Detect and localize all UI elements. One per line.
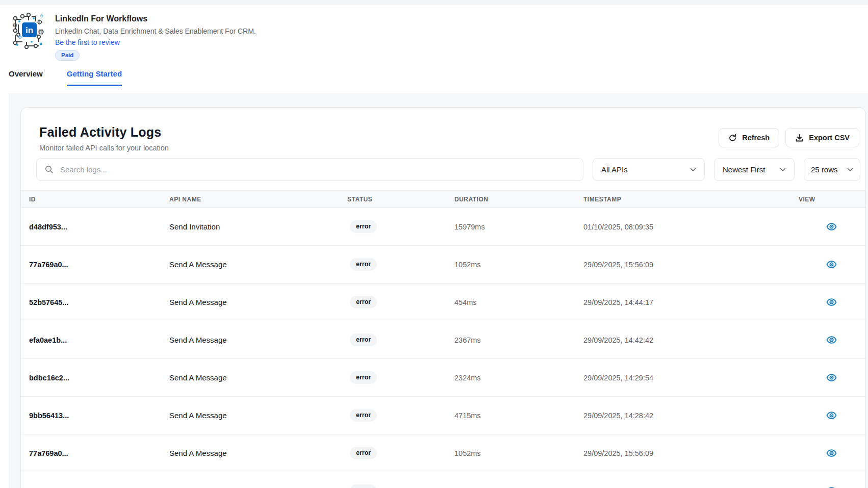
search-input[interactable] [60, 165, 575, 174]
api-name: Send Invitation [169, 222, 347, 231]
log-id: bdbc16c2... [29, 374, 169, 382]
duration: 2324ms [454, 374, 583, 382]
export-csv-button[interactable]: Export CSV [785, 128, 859, 147]
app-logo: ⚙ ⚙ ⚙ ⚙ ⚙ in [11, 12, 46, 49]
view-log-button[interactable] [824, 259, 839, 270]
refresh-icon [728, 134, 737, 142]
view-log-button[interactable] [824, 447, 839, 459]
eye-icon [826, 261, 837, 268]
eye-icon [826, 374, 837, 381]
eye-icon [826, 449, 837, 457]
eye-icon [826, 412, 837, 419]
app-subtitle: LinkedIn Chat, Data Enrichment & Sales E… [55, 27, 256, 35]
log-id: 9bb56413... [29, 412, 169, 420]
svg-text:in: in [25, 25, 33, 35]
view-log-button[interactable] [824, 485, 839, 488]
column-header-api-name: API NAME [169, 196, 347, 203]
eye-icon [826, 298, 837, 306]
gear-icon: ⚙ [37, 18, 43, 26]
sort-filter-value: Newest First [723, 165, 765, 174]
table-row: efa0ae1b... Send A Message error 2367ms … [21, 321, 865, 359]
timestamp: 29/09/2025, 14:28:42 [583, 412, 788, 420]
filter-row: All APIs Newest First 25 rows [21, 158, 865, 181]
timestamp: 29/09/2025, 15:56:09 [583, 449, 788, 457]
tab-bar: Overview Getting Started [0, 69, 868, 86]
failed-activity-logs-panel: Failed Activity Logs Monitor failed API … [20, 107, 866, 488]
view-log-button[interactable] [824, 296, 839, 308]
table-row: bdbc16c2... Send A Message error 2324ms … [21, 359, 865, 397]
log-id: d48df953... [29, 223, 169, 231]
gear-icon: ⚙ [18, 35, 22, 40]
chevron-down-icon [847, 168, 853, 172]
panel-header: Failed Activity Logs Monitor failed API … [21, 108, 865, 158]
view-log-button[interactable] [824, 372, 839, 383]
content-background: Failed Activity Logs Monitor failed API … [9, 93, 868, 488]
gear-icon: ⚙ [40, 14, 43, 18]
column-header-view: VIEW [788, 196, 865, 203]
column-header-status: STATUS [347, 196, 454, 203]
status-badge: error [350, 258, 377, 271]
timestamp: 29/09/2025, 14:44:17 [583, 298, 788, 306]
table-row: d48df953... Send Invitation error 15979m… [21, 208, 865, 246]
timestamp: 29/09/2025, 14:29:54 [583, 374, 788, 382]
api-name: Send A Message [169, 298, 347, 306]
column-header-duration: DURATION [454, 196, 583, 203]
table-row: 52b57645... Send A Message error 454ms 2… [21, 284, 865, 321]
table-row: 9bb56413... Send A Message error 4715ms … [21, 397, 865, 434]
gear-icon: ⚙ [12, 22, 18, 29]
table-row: 77a769a0... Send A Message error 1052ms … [21, 434, 865, 472]
duration: 1052ms [454, 261, 583, 269]
app-title: LinkedIn For Workflows [55, 14, 256, 23]
eye-icon [826, 336, 837, 344]
duration: 454ms [454, 298, 583, 306]
api-name: Send A Message [169, 373, 347, 382]
search-icon [45, 165, 54, 174]
table-body: d48df953... Send Invitation error 15979m… [21, 208, 865, 488]
api-filter-value: All APIs [601, 165, 628, 174]
api-filter-select[interactable]: All APIs [593, 158, 705, 181]
table-header-row: ID API NAME STATUS DURATION TIMESTAMP VI… [21, 190, 865, 208]
duration: 4715ms [454, 412, 583, 420]
timestamp: 01/10/2025, 08:09:35 [583, 223, 788, 231]
column-header-id: ID [29, 196, 169, 203]
log-id: 52b57645... [29, 298, 169, 306]
status-badge: error [350, 484, 377, 488]
view-log-button[interactable] [824, 334, 839, 346]
table-row: 77a769a0... Send A Message error 1052ms … [21, 246, 865, 284]
search-box[interactable] [36, 158, 583, 181]
table-row: error [21, 472, 865, 488]
download-icon [795, 134, 804, 142]
view-log-button[interactable] [824, 221, 839, 233]
export-csv-label: Export CSV [809, 134, 850, 142]
status-badge: error [350, 296, 377, 309]
duration: 2367ms [454, 336, 583, 344]
page-top-edge [0, 0, 868, 5]
rows-per-page-select[interactable]: 25 rows [804, 158, 860, 181]
column-header-timestamp: TIMESTAMP [583, 196, 788, 203]
chevron-down-icon [780, 168, 786, 172]
log-id: 77a769a0... [29, 449, 169, 457]
api-name: Send A Message [169, 449, 347, 457]
refresh-button[interactable]: Refresh [719, 128, 779, 147]
status-badge: error [350, 447, 377, 459]
api-name: Send A Message [169, 260, 347, 269]
timestamp: 29/09/2025, 14:42:42 [583, 336, 788, 344]
status-badge: error [350, 333, 377, 346]
tab-overview[interactable]: Overview [9, 69, 43, 86]
duration: 1052ms [454, 449, 583, 457]
log-id: efa0ae1b... [29, 336, 169, 344]
duration: 15979ms [454, 223, 583, 231]
paid-badge: Paid [55, 50, 80, 61]
view-log-button[interactable] [824, 409, 839, 421]
status-badge: error [350, 409, 377, 422]
status-badge: error [350, 371, 377, 384]
tab-getting-started[interactable]: Getting Started [67, 69, 122, 86]
eye-icon [826, 223, 837, 230]
status-badge: error [350, 220, 377, 233]
api-name: Send A Message [169, 336, 347, 344]
review-link[interactable]: Be the first to review [55, 38, 120, 46]
sort-filter-select[interactable]: Newest First [714, 158, 795, 181]
app-header: ⚙ ⚙ ⚙ ⚙ ⚙ in LinkedIn For Workflows Link… [0, 5, 868, 61]
api-name: Send A Message [169, 411, 347, 420]
gear-icon: ⚙ [38, 28, 44, 36]
